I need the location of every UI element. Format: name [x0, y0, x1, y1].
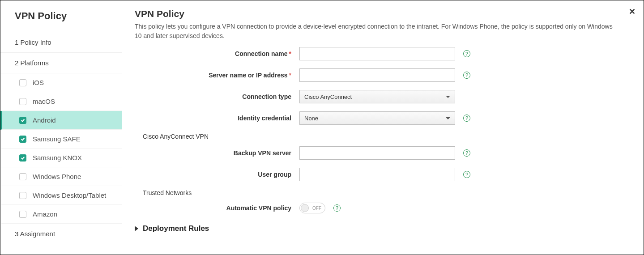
help-icon[interactable]: ? — [463, 72, 470, 79]
platform-item-ios[interactable]: iOS — [0, 73, 122, 92]
label-identity-credential: Identity credential — [135, 115, 299, 122]
platform-item-amazon[interactable]: Amazon — [0, 205, 122, 224]
platform-label: macOS — [33, 98, 55, 105]
platform-item-windows-phone[interactable]: Windows Phone — [0, 167, 122, 186]
main-panel: ✕ VPN Policy This policy lets you config… — [122, 0, 644, 255]
platform-label: Amazon — [33, 210, 57, 218]
row-connection-name: Connection name* ? — [135, 47, 631, 60]
sidebar: VPN Policy 1 Policy Info 2 Platforms iOS… — [0, 0, 122, 255]
label-text: Server name or IP address — [209, 72, 287, 79]
toggle-state: OFF — [312, 206, 321, 211]
platform-label: Windows Phone — [33, 173, 81, 180]
step-platforms[interactable]: 2 Platforms — [0, 53, 122, 73]
label-text: Connection name — [235, 50, 287, 57]
checkbox-icon[interactable] — [19, 136, 26, 143]
backup-vpn-input[interactable] — [299, 146, 455, 160]
checkbox-icon[interactable] — [19, 79, 26, 86]
platform-label: Windows Desktop/Tablet — [33, 191, 106, 199]
help-icon[interactable]: ? — [463, 115, 470, 122]
row-server-name: Server name or IP address* ? — [135, 68, 631, 82]
label-connection-type: Connection type — [135, 93, 299, 100]
checkbox-icon[interactable] — [19, 173, 26, 180]
required-mark: * — [289, 50, 291, 57]
identity-credential-select[interactable]: None — [299, 111, 455, 125]
platform-label: iOS — [33, 79, 44, 86]
checkbox-icon[interactable] — [19, 211, 26, 218]
connection-type-select[interactable]: Cisco AnyConnect — [299, 90, 455, 103]
checkbox-icon[interactable] — [19, 98, 26, 105]
label-server-name: Server name or IP address* — [135, 72, 299, 79]
checkbox-icon[interactable] — [19, 192, 26, 199]
platform-label: Samsung KNOX — [33, 154, 82, 162]
label-backup-vpn: Backup VPN server — [135, 149, 299, 157]
chevron-down-icon — [446, 96, 450, 98]
label-connection-name: Connection name* — [135, 50, 299, 57]
step-policy-info[interactable]: 1 Policy Info — [0, 32, 122, 53]
row-user-group: User group ? — [135, 168, 631, 181]
platform-label: Android — [33, 116, 56, 124]
help-icon[interactable]: ? — [463, 171, 470, 178]
checkbox-icon[interactable] — [19, 117, 26, 124]
connection-name-input[interactable] — [299, 47, 455, 60]
required-mark: * — [289, 72, 291, 79]
server-name-input[interactable] — [299, 68, 455, 82]
page-description: This policy lets you configure a VPN con… — [135, 22, 614, 41]
auto-vpn-toggle[interactable]: OFF — [299, 203, 325, 213]
close-icon[interactable]: ✕ — [629, 7, 635, 17]
platform-list: iOSmacOSAndroidSamsung SAFESamsung KNOXW… — [0, 73, 122, 224]
select-value: None — [304, 115, 318, 122]
select-value: Cisco AnyConnect — [304, 94, 352, 100]
platform-item-samsung-safe[interactable]: Samsung SAFE — [0, 130, 122, 149]
row-identity-credential: Identity credential None ? — [135, 111, 631, 125]
help-icon[interactable]: ? — [463, 50, 470, 57]
step-assignment[interactable]: 3 Assignment — [0, 224, 122, 244]
deployment-rules-toggle[interactable]: Deployment Rules — [135, 224, 631, 233]
help-icon[interactable]: ? — [463, 149, 470, 157]
row-auto-vpn: Automatic VPN policy OFF ? — [135, 203, 631, 213]
user-group-input[interactable] — [299, 168, 455, 181]
row-connection-type: Connection type Cisco AnyConnect — [135, 90, 631, 103]
label-auto-vpn: Automatic VPN policy — [135, 204, 299, 212]
toggle-knob — [301, 204, 309, 212]
platform-item-windows-desktop-tablet[interactable]: Windows Desktop/Tablet — [0, 186, 122, 205]
page-title: VPN Policy — [135, 8, 631, 19]
deployment-rules-title: Deployment Rules — [143, 224, 209, 233]
platform-item-macos[interactable]: macOS — [0, 92, 122, 111]
chevron-down-icon — [446, 117, 450, 119]
sidebar-title: VPN Policy — [0, 0, 122, 32]
section-cisco-label: Cisco AnyConnect VPN — [143, 133, 631, 140]
platform-item-samsung-knox[interactable]: Samsung KNOX — [0, 149, 122, 167]
checkbox-icon[interactable] — [19, 154, 26, 162]
platform-label: Samsung SAFE — [33, 135, 81, 143]
row-backup-vpn: Backup VPN server ? — [135, 146, 631, 160]
section-trusted-label: Trusted Networks — [143, 189, 631, 196]
label-user-group: User group — [135, 171, 299, 178]
triangle-right-icon — [135, 226, 138, 231]
platform-item-android[interactable]: Android — [0, 111, 122, 130]
help-icon[interactable]: ? — [333, 204, 341, 212]
